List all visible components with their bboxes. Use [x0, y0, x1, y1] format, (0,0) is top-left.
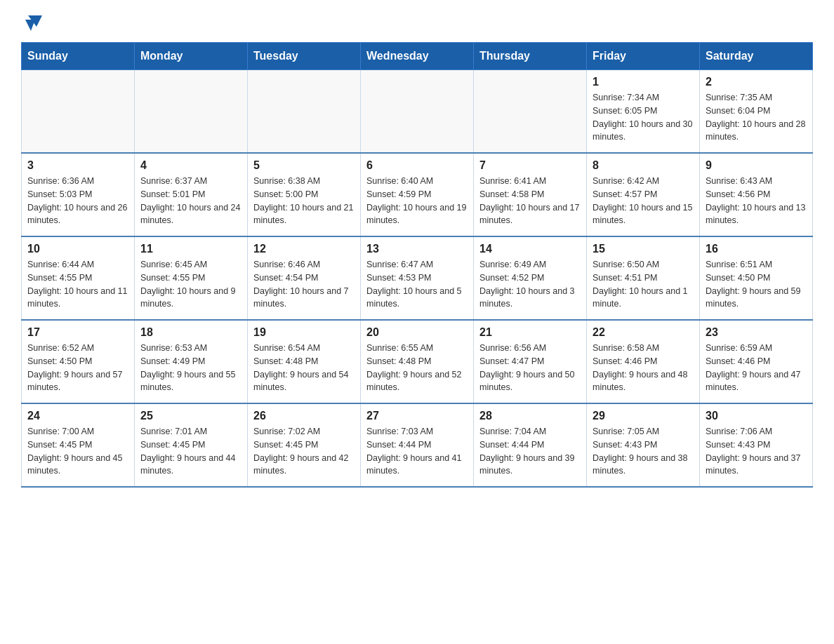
- calendar-cell: 13Sunrise: 6:47 AMSunset: 4:53 PMDayligh…: [361, 236, 474, 320]
- day-number: 16: [706, 243, 807, 255]
- day-number: 17: [27, 326, 128, 339]
- week-row-3: 10Sunrise: 6:44 AMSunset: 4:55 PMDayligh…: [22, 236, 813, 320]
- day-number: 12: [253, 243, 355, 255]
- calendar-cell: 10Sunrise: 6:44 AMSunset: 4:55 PMDayligh…: [22, 236, 135, 320]
- weekday-header-saturday: Saturday: [700, 43, 813, 70]
- calendar-cell: 6Sunrise: 6:40 AMSunset: 4:59 PMDaylight…: [361, 153, 474, 236]
- week-row-1: 1Sunrise: 7:34 AMSunset: 6:05 PMDaylight…: [22, 70, 813, 154]
- day-number: 8: [593, 159, 694, 172]
- day-number: 24: [27, 410, 128, 422]
- day-info: Sunrise: 7:01 AMSunset: 4:45 PMDaylight:…: [140, 425, 241, 478]
- calendar-cell: 28Sunrise: 7:04 AMSunset: 4:44 PMDayligh…: [474, 403, 587, 487]
- day-number: 6: [366, 159, 468, 172]
- day-number: 27: [366, 410, 468, 422]
- weekday-header-friday: Friday: [587, 43, 700, 70]
- day-info: Sunrise: 6:55 AMSunset: 4:48 PMDaylight:…: [366, 342, 468, 394]
- weekday-header-wednesday: Wednesday: [361, 43, 474, 70]
- day-info: Sunrise: 6:42 AMSunset: 4:57 PMDaylight:…: [593, 175, 694, 227]
- day-number: 7: [479, 159, 581, 172]
- calendar-cell: 4Sunrise: 6:37 AMSunset: 5:01 PMDaylight…: [135, 153, 248, 236]
- day-number: 1: [593, 76, 694, 88]
- calendar-cell: [361, 70, 474, 154]
- day-number: 18: [140, 326, 241, 339]
- day-info: Sunrise: 7:35 AMSunset: 6:04 PMDaylight:…: [706, 91, 807, 144]
- day-info: Sunrise: 6:56 AMSunset: 4:47 PMDaylight:…: [479, 342, 581, 394]
- calendar-cell: 25Sunrise: 7:01 AMSunset: 4:45 PMDayligh…: [135, 403, 248, 487]
- weekday-header-tuesday: Tuesday: [248, 43, 361, 70]
- day-info: Sunrise: 6:46 AMSunset: 4:54 PMDaylight:…: [253, 258, 355, 311]
- day-number: 2: [706, 76, 807, 88]
- day-info: Sunrise: 6:40 AMSunset: 4:59 PMDaylight:…: [366, 175, 468, 227]
- week-row-4: 17Sunrise: 6:52 AMSunset: 4:50 PMDayligh…: [22, 320, 813, 403]
- calendar-cell: 14Sunrise: 6:49 AMSunset: 4:52 PMDayligh…: [474, 236, 587, 320]
- calendar-cell: 18Sunrise: 6:53 AMSunset: 4:49 PMDayligh…: [135, 320, 248, 403]
- day-number: 3: [27, 159, 128, 172]
- day-info: Sunrise: 6:53 AMSunset: 4:49 PMDaylight:…: [140, 342, 241, 394]
- day-number: 5: [253, 159, 355, 172]
- day-info: Sunrise: 6:36 AMSunset: 5:03 PMDaylight:…: [27, 175, 128, 227]
- day-info: Sunrise: 6:37 AMSunset: 5:01 PMDaylight:…: [140, 175, 241, 227]
- day-info: Sunrise: 6:54 AMSunset: 4:48 PMDaylight:…: [253, 342, 355, 394]
- page-header: [21, 14, 813, 28]
- calendar-cell: 2Sunrise: 7:35 AMSunset: 6:04 PMDaylight…: [700, 70, 813, 154]
- day-number: 19: [253, 326, 355, 339]
- day-info: Sunrise: 7:04 AMSunset: 4:44 PMDaylight:…: [479, 425, 581, 478]
- weekday-header-sunday: Sunday: [22, 43, 135, 70]
- day-number: 13: [366, 243, 468, 255]
- calendar-cell: 5Sunrise: 6:38 AMSunset: 5:00 PMDaylight…: [248, 153, 361, 236]
- day-number: 21: [479, 326, 581, 339]
- day-info: Sunrise: 7:34 AMSunset: 6:05 PMDaylight:…: [593, 91, 694, 144]
- day-number: 14: [479, 243, 581, 255]
- calendar-cell: 26Sunrise: 7:02 AMSunset: 4:45 PMDayligh…: [248, 403, 361, 487]
- day-number: 10: [27, 243, 128, 255]
- calendar-cell: [474, 70, 587, 154]
- calendar-cell: 17Sunrise: 6:52 AMSunset: 4:50 PMDayligh…: [22, 320, 135, 403]
- calendar-cell: 20Sunrise: 6:55 AMSunset: 4:48 PMDayligh…: [361, 320, 474, 403]
- day-info: Sunrise: 6:50 AMSunset: 4:51 PMDaylight:…: [593, 258, 694, 311]
- calendar-table: SundayMondayTuesdayWednesdayThursdayFrid…: [21, 42, 813, 488]
- day-info: Sunrise: 6:58 AMSunset: 4:46 PMDaylight:…: [593, 342, 694, 394]
- calendar-cell: 21Sunrise: 6:56 AMSunset: 4:47 PMDayligh…: [474, 320, 587, 403]
- day-number: 9: [706, 159, 807, 172]
- week-row-2: 3Sunrise: 6:36 AMSunset: 5:03 PMDaylight…: [22, 153, 813, 236]
- day-number: 29: [593, 410, 694, 422]
- calendar-header: SundayMondayTuesdayWednesdayThursdayFrid…: [22, 43, 813, 70]
- day-info: Sunrise: 7:03 AMSunset: 4:44 PMDaylight:…: [366, 425, 468, 478]
- calendar-cell: 7Sunrise: 6:41 AMSunset: 4:58 PMDaylight…: [474, 153, 587, 236]
- day-info: Sunrise: 6:52 AMSunset: 4:50 PMDaylight:…: [27, 342, 128, 394]
- svg-marker-1: [25, 20, 35, 31]
- day-info: Sunrise: 6:51 AMSunset: 4:50 PMDaylight:…: [706, 258, 807, 311]
- week-row-5: 24Sunrise: 7:00 AMSunset: 4:45 PMDayligh…: [22, 403, 813, 487]
- header-row: SundayMondayTuesdayWednesdayThursdayFrid…: [22, 43, 813, 70]
- day-info: Sunrise: 6:41 AMSunset: 4:58 PMDaylight:…: [479, 175, 581, 227]
- calendar-cell: 16Sunrise: 6:51 AMSunset: 4:50 PMDayligh…: [700, 236, 813, 320]
- day-info: Sunrise: 6:45 AMSunset: 4:55 PMDaylight:…: [140, 258, 241, 311]
- day-number: 28: [479, 410, 581, 422]
- calendar-cell: 29Sunrise: 7:05 AMSunset: 4:43 PMDayligh…: [587, 403, 700, 487]
- logo-icon: [22, 11, 45, 34]
- day-info: Sunrise: 6:38 AMSunset: 5:00 PMDaylight:…: [253, 175, 355, 227]
- day-number: 25: [140, 410, 241, 422]
- weekday-header-thursday: Thursday: [474, 43, 587, 70]
- day-info: Sunrise: 7:00 AMSunset: 4:45 PMDaylight:…: [27, 425, 128, 478]
- calendar-cell: 3Sunrise: 6:36 AMSunset: 5:03 PMDaylight…: [22, 153, 135, 236]
- day-number: 15: [593, 243, 694, 255]
- day-info: Sunrise: 7:06 AMSunset: 4:43 PMDaylight:…: [706, 425, 807, 478]
- day-info: Sunrise: 7:02 AMSunset: 4:45 PMDaylight:…: [253, 425, 355, 478]
- day-info: Sunrise: 6:47 AMSunset: 4:53 PMDaylight:…: [366, 258, 468, 311]
- day-info: Sunrise: 6:49 AMSunset: 4:52 PMDaylight:…: [479, 258, 581, 311]
- calendar-cell: [248, 70, 361, 154]
- calendar-body: 1Sunrise: 7:34 AMSunset: 6:05 PMDaylight…: [22, 70, 813, 488]
- weekday-header-monday: Monday: [135, 43, 248, 70]
- calendar-cell: 23Sunrise: 6:59 AMSunset: 4:46 PMDayligh…: [700, 320, 813, 403]
- day-number: 11: [140, 243, 241, 255]
- day-number: 20: [366, 326, 468, 339]
- day-number: 22: [593, 326, 694, 339]
- logo: [21, 14, 45, 28]
- calendar-cell: 22Sunrise: 6:58 AMSunset: 4:46 PMDayligh…: [587, 320, 700, 403]
- day-number: 30: [706, 410, 807, 422]
- calendar-cell: 15Sunrise: 6:50 AMSunset: 4:51 PMDayligh…: [587, 236, 700, 320]
- day-number: 26: [253, 410, 355, 422]
- calendar-cell: [135, 70, 248, 154]
- day-info: Sunrise: 6:43 AMSunset: 4:56 PMDaylight:…: [706, 175, 807, 227]
